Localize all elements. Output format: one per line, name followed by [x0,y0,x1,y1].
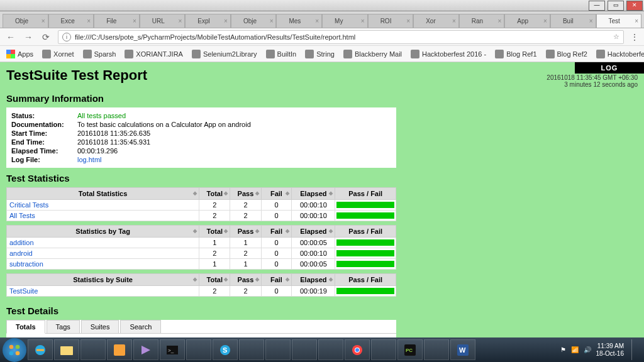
bookmark-item[interactable]: BuiltIn [264,48,299,60]
tab-close-icon[interactable]: × [133,18,136,25]
stat-name-link[interactable]: android [9,250,33,257]
minimize-button[interactable]: — [589,1,605,11]
bookmark-star-icon[interactable]: ☆ [613,33,619,41]
taskbar-app2[interactable] [186,339,211,360]
tab-close-icon[interactable]: × [315,18,319,25]
start-button[interactable] [3,338,26,362]
pass-fail-bar [336,288,394,294]
stat-name-link[interactable]: TestSuite [9,287,38,295]
browser-tab[interactable]: My× [322,14,368,28]
tab-close-icon[interactable]: × [452,18,456,25]
bookmark-item[interactable]: Sparsh [80,48,119,60]
taskbar-skype[interactable]: S [213,339,238,360]
detail-tab[interactable]: Search [120,320,161,333]
bookmark-item[interactable]: String [303,48,337,60]
svg-text:S: S [223,346,227,354]
tray-flag-icon[interactable]: ⚑ [560,346,566,353]
detail-tab[interactable]: Totals [6,320,45,334]
tab-close-icon[interactable]: × [42,18,45,25]
taskbar-ie[interactable] [28,339,53,360]
tab-close-icon[interactable]: × [543,18,547,25]
svg-text:W: W [459,346,466,354]
browser-tab[interactable]: Test× [596,14,642,28]
browser-tab[interactable]: Buil× [550,14,596,28]
tab-close-icon[interactable]: × [270,18,274,25]
taskbar: >_ S PC W ⚑ 📶 🔊 11:39 AM18-Oct-16 [0,337,644,362]
bookmark-item[interactable]: Blog Ref1 [492,48,539,60]
taskbar-clock[interactable]: 11:39 AM18-Oct-16 [596,343,624,358]
menu-icon[interactable]: ⋮ [630,32,639,42]
bookmark-icon [266,50,275,58]
browser-tab[interactable]: URL× [140,14,186,28]
bookmarks-bar: Apps XornetSparshXORIANT.JIRASelenium2Li… [0,46,644,62]
stats-row: addition11000:00:05 [7,238,396,248]
bookmark-item[interactable]: Hacktoberfest 2016 - [408,48,489,60]
bookmark-item[interactable]: XORIANT.JIRA [122,48,186,60]
bookmark-icon [305,50,314,58]
apps-button[interactable]: Apps [4,48,36,60]
taskbar-chrome[interactable] [345,339,370,360]
browser-tab[interactable]: File× [94,14,140,28]
taskbar-explorer[interactable] [54,339,79,360]
taskbar-vs[interactable] [133,339,158,360]
browser-tab[interactable]: App× [504,14,550,28]
tab-close-icon[interactable]: × [361,18,365,25]
back-icon[interactable]: ← [5,32,16,42]
taskbar-outlook[interactable] [107,339,132,360]
taskbar-app6[interactable] [318,339,343,360]
browser-tab[interactable]: Obje× [231,14,277,28]
ie-icon [34,344,47,356]
bookmark-item[interactable]: Xornet [40,48,76,60]
browser-tab[interactable]: Expl× [185,14,231,28]
url-input[interactable]: i file:///C:/Users/pote_s/PycharmProject… [58,30,624,44]
browser-tab[interactable]: Exce× [48,14,94,28]
show-desktop[interactable] [631,339,638,360]
bookmark-item[interactable]: Blog Ref2 [543,48,590,60]
taskbar-app4[interactable] [265,339,291,360]
reload-icon[interactable]: ⟳ [40,32,52,42]
taskbar-app7[interactable] [371,339,396,360]
close-button[interactable]: ✕ [626,1,643,11]
browser-tab[interactable]: Mes× [276,14,322,28]
tray-volume-icon[interactable]: 🔊 [584,346,591,353]
detail-tab[interactable]: Suites [81,320,119,333]
browser-tab[interactable]: Ran× [459,14,505,28]
taskbar-cmd[interactable]: >_ [160,339,185,360]
browser-tab[interactable]: Xor× [413,14,459,28]
bookmark-item[interactable]: Selenium2Library [189,48,260,60]
stat-name-link[interactable]: Critical Tests [9,201,48,209]
tray-network-icon[interactable]: 📶 [571,346,579,353]
log-file-link[interactable]: log.html [77,156,102,163]
bookmark-icon [83,50,92,58]
stat-name-link[interactable]: subtraction [9,260,43,268]
chrome-icon [352,344,363,356]
bookmark-item[interactable]: Hacktoberfest Checke [594,48,644,60]
forward-icon[interactable]: → [23,32,34,42]
tab-close-icon[interactable]: × [178,18,182,25]
pycharm-icon: PC [404,344,416,356]
taskbar-app5[interactable] [292,339,317,360]
tab-close-icon[interactable]: × [635,18,638,25]
log-button[interactable]: LOG [575,62,644,74]
taskbar-app8[interactable] [424,339,449,360]
info-icon[interactable]: i [62,33,71,41]
stats-table: Statistics by Tag◆Total◆Pass◆Fail◆Elapse… [6,225,396,270]
svg-point-0 [9,344,14,349]
tab-close-icon[interactable]: × [406,18,410,25]
stat-name-link[interactable]: addition [9,239,34,246]
tab-close-icon[interactable]: × [224,18,228,25]
taskbar-pycharm[interactable]: PC [397,339,423,360]
maximize-button[interactable]: ▭ [608,1,624,11]
bookmark-icon [343,50,352,58]
taskbar-app1[interactable] [80,339,106,360]
stat-name-link[interactable]: All Tests [9,212,35,219]
taskbar-app3[interactable] [239,339,264,360]
tab-close-icon[interactable]: × [87,18,91,25]
detail-tab[interactable]: Tags [47,320,80,333]
bookmark-item[interactable]: Blackberry Mail [341,48,404,60]
taskbar-word[interactable]: W [450,339,475,360]
tab-close-icon[interactable]: × [589,18,593,25]
tab-close-icon[interactable]: × [498,18,502,25]
browser-tab[interactable]: Obje× [3,14,48,28]
browser-tab[interactable]: ROI× [368,14,414,28]
